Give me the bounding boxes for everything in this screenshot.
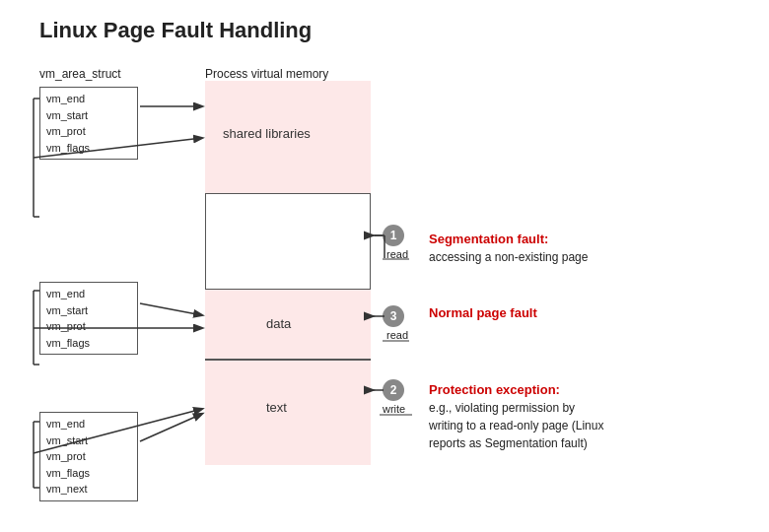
field-vm-end-3: vm_end: [46, 416, 131, 432]
badge-1: 1: [383, 225, 404, 246]
arrow-label-read-3: read: [386, 329, 408, 341]
annot-1-title: Segmentation fault:: [429, 232, 548, 246]
field-vm-start-3: vm_start: [46, 432, 131, 449]
label-process-vm: Process virtual memory: [205, 67, 328, 81]
field-vm-prot-3: vm_prot: [46, 448, 131, 465]
label-vm-area-struct: vm_area_struct: [39, 67, 121, 81]
data-label: data: [266, 316, 291, 331]
svg-line-9: [140, 303, 202, 315]
field-vm-prot-1: vm_prot: [46, 123, 131, 140]
annot-2-text: e.g., violating permission bywriting to …: [429, 399, 603, 452]
field-vm-end-2: vm_end: [46, 286, 131, 302]
field-vm-next-3: vm_next: [46, 481, 131, 498]
arrow-label-read-1: read: [386, 248, 408, 260]
shared-libraries-label: shared libraries: [223, 126, 311, 141]
field-vm-end-1: vm_end: [46, 91, 131, 107]
text-label: text: [266, 400, 287, 415]
annot-2-title: Protection exception:: [429, 382, 560, 397]
field-vm-prot-2: vm_prot: [46, 318, 131, 335]
field-vm-flags-3: vm_flags: [46, 465, 131, 482]
arrow-label-write-2: write: [383, 403, 405, 415]
vm-text-region: [205, 360, 371, 465]
page-title: Linux Page Fault Handling: [39, 18, 312, 43]
struct-box-top: vm_end vm_start vm_prot vm_flags: [39, 87, 138, 160]
field-vm-flags-1: vm_flags: [46, 140, 131, 157]
annot-1-text: accessing a non-existing page: [429, 248, 588, 266]
badge-2: 2: [383, 379, 404, 401]
annot-3-title: Normal page fault: [429, 305, 537, 320]
struct-box-mid: vm_end vm_start vm_prot vm_flags: [39, 282, 138, 355]
badge-3: 3: [383, 305, 404, 327]
struct-box-bot: vm_end vm_start vm_prot vm_flags vm_next: [39, 412, 138, 501]
field-vm-start-2: vm_start: [46, 302, 131, 319]
svg-line-14: [140, 414, 202, 441]
field-vm-flags-2: vm_flags: [46, 335, 131, 352]
field-vm-start-1: vm_start: [46, 107, 131, 124]
